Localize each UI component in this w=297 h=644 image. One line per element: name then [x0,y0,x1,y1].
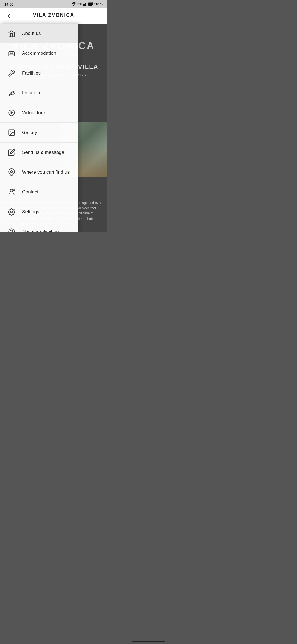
play-icon [6,107,18,119]
pin-icon [6,166,18,178]
gallery-icon [6,127,18,139]
lte-label: LTE [77,2,82,6]
svg-point-12 [10,131,11,132]
home-icon [6,28,18,40]
navigation-drawer: About us Accommodation Facilities Locati… [0,24,78,232]
menu-item-about-app[interactable]: About application [0,222,78,232]
svg-rect-1 [84,4,85,6]
menu-item-virtual-tour[interactable]: Virtual tour [0,103,78,123]
menu-item-gallery[interactable]: Gallery [0,123,78,143]
status-time: 14:00 [4,2,13,6]
svg-marker-10 [11,111,13,114]
svg-point-13 [11,171,13,173]
header: VILA ZVONICA [0,8,107,24]
menu-item-find-us[interactable]: Where you can find us [0,162,78,182]
wifi-icon [72,2,76,6]
menu-item-contact[interactable]: Contact [0,182,78,202]
contact-icon [6,186,18,198]
bed-icon [6,47,18,59]
menu-label-about-us: About us [22,31,41,36]
battery-icon [88,2,93,6]
menu-label-send-message: Send us a message [22,150,64,155]
leaf-icon [6,87,18,99]
pencil-icon [6,146,18,159]
signal-icon [83,2,87,6]
svg-rect-8 [12,53,13,54]
menu-label-gallery: Gallery [22,130,37,135]
svg-rect-2 [85,3,86,6]
tools-icon [6,67,18,79]
menu-label-accommodation: Accommodation [22,51,56,56]
menu-label-contact: Contact [22,189,38,195]
status-bar: 14:00 LTE 100 % [0,0,107,8]
app-logo: VILA ZVONICA [33,13,74,19]
menu-label-find-us: Where you can find us [22,170,70,175]
logo-name: VILA ZVONICA [33,13,74,18]
question-icon [6,226,18,232]
status-icons: LTE 100 % [72,2,103,6]
menu-label-facilities: Facilities [22,70,41,76]
menu-item-location[interactable]: Location [0,83,78,103]
svg-rect-3 [86,2,86,6]
menu-item-settings[interactable]: Settings [0,202,78,222]
svg-point-14 [10,189,13,192]
battery-pct: 100 % [94,2,103,6]
menu-item-send-message[interactable]: Send us a message [0,143,78,162]
logo-underline [37,19,70,19]
menu-label-settings: Settings [22,209,39,215]
svg-rect-6 [88,3,92,5]
svg-rect-5 [93,3,93,4]
gear-icon [6,206,18,218]
svg-rect-0 [83,4,84,6]
svg-point-18 [11,211,13,213]
menu-label-about-app: About application [22,229,59,232]
svg-rect-7 [10,53,11,54]
menu-item-facilities[interactable]: Facilities [0,63,78,83]
menu-item-about-us[interactable]: About us [0,24,78,43]
menu-label-virtual-tour: Virtual tour [22,110,45,116]
menu-label-location: Location [22,90,40,96]
back-button[interactable] [4,11,14,21]
menu-item-accommodation[interactable]: Accommodation [0,43,78,63]
